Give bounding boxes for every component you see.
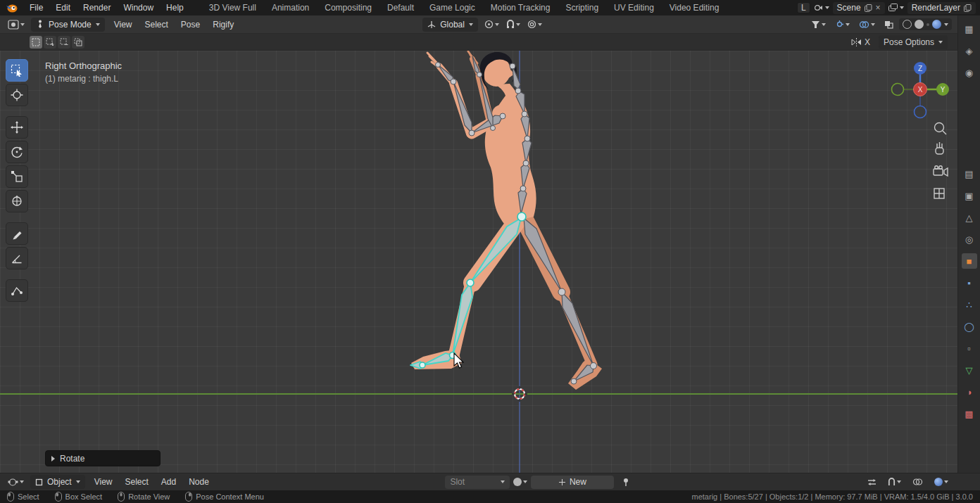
texture-tab-icon[interactable]: ▩ [962,406,977,421]
select-mode-intersect[interactable] [72,36,84,49]
menu-edit[interactable]: Edit [49,0,77,15]
viewport-scene: Z Y X [0,51,957,473]
selected-bones[interactable] [410,218,521,369]
snap-magnet-button[interactable] [503,17,524,32]
workspace-tab[interactable]: Video Editing [662,0,727,15]
data-tab-icon[interactable]: ▽ [962,362,977,378]
menu-rigify[interactable]: Rigify [206,17,240,32]
material-browse-button[interactable] [510,474,531,490]
camera-view-icon[interactable] [934,166,948,176]
scene-selector[interactable]: Scene × [833,2,885,14]
close-icon[interactable]: × [876,3,881,13]
tool-pose-breakdowner[interactable] [6,279,28,302]
view-layer-tab-icon[interactable]: ▣ [962,188,977,203]
workspace-tab[interactable]: Default [379,0,422,15]
shader-menu-select[interactable]: Select [118,474,154,490]
shading-rendered-button[interactable] [932,20,941,29]
physics-tab-icon[interactable]: ◯ [962,319,977,334]
editor-type-button[interactable] [4,17,28,32]
orientation-selector[interactable]: Global [422,18,478,32]
menu-view[interactable]: View [108,17,139,32]
orthographic-grid-icon[interactable] [934,189,944,198]
tool-annotate[interactable] [6,222,28,245]
select-mode-subtract[interactable] [58,36,70,49]
shader-editor-type-button[interactable] [4,474,27,490]
select-mode-new[interactable] [30,36,42,49]
select-mode-extend[interactable] [44,36,56,49]
scene-tab-icon[interactable]: △ [962,210,977,225]
menu-pose[interactable]: Pose [175,17,206,32]
nav-gizmo[interactable]: Z Y X [892,62,950,118]
viewport[interactable]: Z Y X Ri [0,51,957,473]
pose-options-label: Pose Options [884,37,934,47]
show-gizmo-button[interactable] [831,17,853,32]
tool-rotate[interactable] [6,141,28,163]
modifiers-tab-icon[interactable]: ▪ [962,275,977,291]
tool-cursor[interactable] [6,84,28,106]
shader-menu-node[interactable]: Node [182,474,215,490]
object-tab-icon[interactable]: ■ [962,253,977,269]
shader-menu-view[interactable]: View [88,474,119,490]
material-tab-icon[interactable]: ◑ [962,384,977,400]
tool-measure[interactable] [6,247,28,269]
menu-render[interactable]: Render [77,0,117,15]
world-tab-icon[interactable]: ◎ [962,231,977,247]
shading-dropdown[interactable] [944,23,948,26]
particles-tab-icon[interactable]: ∴ [962,297,977,312]
workspace-tab[interactable]: Motion Tracking [483,0,558,15]
tool-select-box[interactable] [6,59,28,82]
select-mode-group [30,36,84,49]
workspace-tab[interactable]: Animation [264,0,317,15]
xray-toggle[interactable] [881,17,897,32]
pin-icon[interactable] [618,474,634,490]
shader-menu-add[interactable]: Add [155,474,182,490]
menu-file[interactable]: File [23,0,49,15]
workspace-tab[interactable]: 3D View Full [201,0,264,15]
mirror-x-toggle[interactable]: X [851,37,870,47]
mode-label: Pose Mode [49,20,92,30]
bone-shin-l [453,283,472,355]
tool-transform[interactable] [6,190,28,212]
tool-move[interactable] [6,116,28,139]
slot-selector[interactable]: Slot [445,476,510,489]
orientation-icon [427,20,436,29]
view-layer-icon[interactable] [888,4,904,12]
workspace-tab[interactable]: Game Logic [422,0,483,15]
scene-browse-icon[interactable] [814,4,829,12]
view-arrows-icon[interactable] [864,474,880,490]
operator-panel[interactable]: Rotate [45,450,161,466]
gizmo-x-label: X [918,86,923,94]
zoom-tool-icon[interactable] [935,123,947,135]
shader-preview-icon[interactable] [931,474,952,490]
operator-panel-label: Rotate [60,454,84,464]
menu-select[interactable]: Select [139,17,175,32]
pose-options-dropdown[interactable]: Pose Options [879,35,948,49]
shader-snap-icon[interactable] [884,474,905,490]
menu-help[interactable]: Help [160,0,190,15]
shading-material-button[interactable] [926,23,929,26]
menu-window[interactable]: Window [117,0,160,15]
proportional-edit-button[interactable] [524,17,546,32]
constraints-tab-icon[interactable]: ▫ [962,340,977,356]
shader-overlay-icon[interactable] [909,474,926,490]
tool-tab-icon[interactable]: ◈ [962,43,977,58]
visibility-filter-button[interactable] [808,17,829,32]
render-tab-icon[interactable]: ◉ [962,65,977,80]
tool-scale[interactable] [6,165,28,188]
workspace-tab[interactable]: Compositing [317,0,379,15]
shader-type-selector[interactable]: Object [30,475,85,489]
output-tab-icon[interactable]: ▤ [962,166,977,182]
shading-solid-button[interactable] [915,20,924,29]
shading-wireframe-button[interactable] [903,20,912,29]
workspace-tab[interactable]: Scripting [558,0,606,15]
show-overlays-button[interactable] [855,17,879,32]
render-layer-selector[interactable]: RenderLayer [907,2,976,14]
render-layer-name: RenderLayer [912,3,960,13]
workspace-tab[interactable]: UV Editing [606,0,662,15]
new-material-button[interactable]: New [531,476,614,489]
pan-hand-icon[interactable] [936,142,943,154]
blender-logo[interactable] [0,3,23,13]
mode-selector[interactable]: Pose Mode [31,18,105,32]
editor-type-icon[interactable]: ▦ [962,21,977,37]
pivot-point-button[interactable] [481,17,503,32]
